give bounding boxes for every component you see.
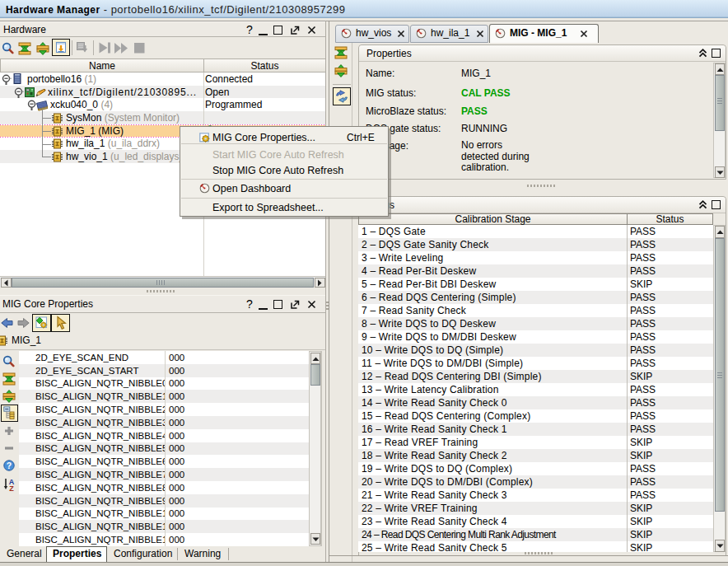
svg-text:?: ?: [7, 461, 12, 470]
svg-text:Z: Z: [9, 484, 14, 492]
